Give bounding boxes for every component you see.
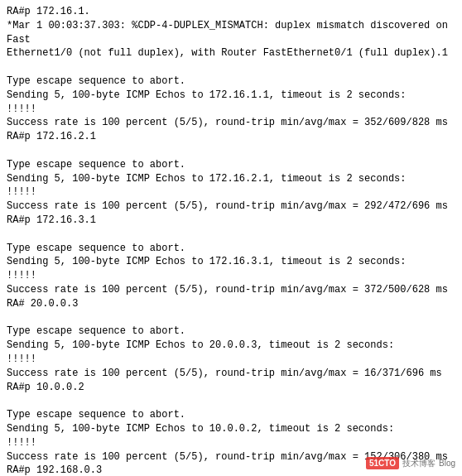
watermark-logo: 51CTO [366,457,399,469]
terminal-window: RA#p 172.16.1. *Mar 1 00:03:37.303: %CDP… [0,0,462,476]
watermark-subtext: 技术博客 [402,458,436,469]
watermark-blog: Blog [439,459,455,468]
terminal-output: RA#p 172.16.1. *Mar 1 00:03:37.303: %CDP… [7,5,455,476]
watermark: 51CTO 技术博客 Blog [366,457,455,469]
